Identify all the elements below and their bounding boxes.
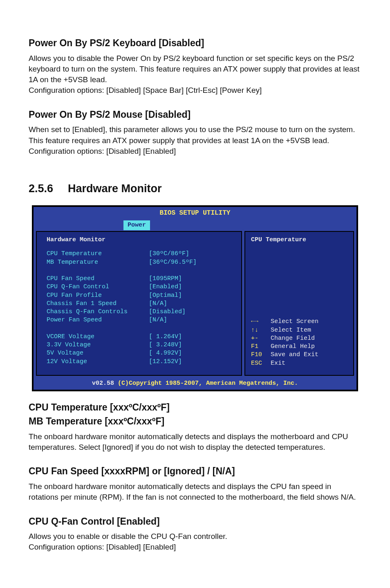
bios-row-label: CPU Temperature	[47, 250, 149, 258]
bios-tab-bar: Power	[34, 219, 356, 231]
bios-row-value: [30ºC/86ºF]	[149, 250, 189, 258]
bios-help-line: F1General Help	[251, 343, 349, 351]
heading-mb-temp: MB Temperature [xxxºC/xxxºF]	[29, 415, 361, 428]
bios-right-panel: CPU Temperature ←→Select Screen↑↓Select …	[244, 231, 354, 376]
bios-help-line: ESCExit	[251, 359, 349, 368]
bios-row-value: [1095RPM]	[149, 275, 182, 283]
bios-row-label: Power Fan Speed	[47, 316, 149, 324]
para-power-on-mouse: When set to [Enabled], this parameter al…	[29, 124, 361, 157]
bios-help-key: F1	[251, 343, 271, 351]
bios-row-value: [ 1.264V]	[149, 333, 182, 341]
heading-power-on-mouse: Power On By PS/2 Mouse [Disabled]	[29, 108, 361, 121]
heading-cpu-qfan: CPU Q-Fan Control [Enabled]	[29, 515, 361, 528]
bios-row-value: [12.152V]	[149, 358, 182, 366]
bios-help-label: Select Screen	[271, 318, 318, 326]
bios-row-label: 12V Voltage	[47, 358, 149, 366]
bios-row-label: CPU Q-Fan Control	[47, 283, 149, 291]
section-number: 2.5.6	[29, 181, 53, 196]
bios-row-label: 3.3V Voltage	[47, 341, 149, 349]
bios-row-label: MB Temperature	[47, 258, 149, 267]
bios-footer-copyright: (C)Copyright 1985-2007, American Megatre…	[118, 380, 298, 387]
bios-row-value: [36ºC/96.5ºF]	[149, 258, 197, 267]
bios-footer-version: v02.58	[92, 380, 118, 387]
bios-row-value: [N/A]	[149, 316, 167, 324]
bios-row-label: CPU Fan Speed	[47, 275, 149, 283]
bios-help-label: Select Item	[271, 326, 311, 334]
bios-row	[47, 325, 234, 333]
section-title: Hardware Monitor	[68, 181, 162, 196]
section-hw-monitor-heading: 2.5.6 Hardware Monitor	[29, 181, 361, 196]
heading-cpu-fan-speed: CPU Fan Speed [xxxxRPM] or [Ignored] / […	[29, 465, 361, 478]
bios-help-key: +-	[251, 334, 271, 343]
bios-row-value: [ 3.248V]	[149, 341, 182, 349]
bios-row[interactable]: 12V Voltage[12.152V]	[47, 358, 234, 366]
bios-row-value: [N/A]	[149, 300, 167, 308]
bios-row[interactable]: Chassis Fan 1 Speed[N/A]	[47, 300, 234, 308]
bios-help-key: ESC	[251, 359, 271, 368]
bios-row[interactable]: CPU Temperature[30ºC/86ºF]	[47, 250, 234, 258]
bios-row-label: Chassis Q-Fan Controls	[47, 308, 149, 316]
bios-row-value: [Enabled]	[149, 283, 182, 291]
para-cpu-fan-speed: The onboard hardware monitor automatical…	[29, 481, 361, 503]
bios-row[interactable]: VCORE Voltage[ 1.264V]	[47, 333, 234, 341]
bios-row-value: [Disabled]	[149, 308, 186, 316]
bios-help-label: General Help	[271, 343, 315, 351]
bios-row-value: [ 4.992V]	[149, 349, 182, 357]
bios-context-help-title: CPU Temperature	[251, 236, 349, 245]
bios-screenshot: BIOS SETUP UTILITY Power Hardware Monito…	[32, 205, 358, 391]
bios-panel-title: Hardware Monitor	[47, 236, 234, 244]
bios-row[interactable]: Power Fan Speed[N/A]	[47, 316, 234, 324]
bios-help-label: Save and Exit	[271, 351, 318, 359]
bios-help-key: F10	[251, 351, 271, 359]
bios-help-line: ↑↓Select Item	[251, 326, 349, 334]
bios-row[interactable]: MB Temperature[36ºC/96.5ºF]	[47, 258, 234, 267]
bios-row[interactable]: CPU Fan Speed[1095RPM]	[47, 275, 234, 283]
bios-row[interactable]: CPU Fan Profile[Optimal]	[47, 292, 234, 300]
bios-row-label: 5V Voltage	[47, 349, 149, 357]
bios-help-key: ←→	[251, 318, 271, 326]
bios-left-panel: Hardware Monitor CPU Temperature[30ºC/86…	[36, 231, 242, 376]
bios-row-label: VCORE Voltage	[47, 333, 149, 341]
bios-row[interactable]: CPU Q-Fan Control[Enabled]	[47, 283, 234, 291]
bios-help-line: ←→Select Screen	[251, 318, 349, 326]
bios-header-title: BIOS SETUP UTILITY	[34, 207, 356, 219]
bios-row	[47, 267, 234, 275]
bios-row-value: [Optimal]	[149, 292, 182, 300]
bios-help-lines: ←→Select Screen↑↓Select Item+-Change Fie…	[251, 318, 349, 368]
bios-footer: v02.58 (C)Copyright 1985-2007, American …	[34, 378, 356, 390]
bios-help-label: Exit	[271, 359, 285, 368]
bios-rows: CPU Temperature[30ºC/86ºF]MB Temperature…	[47, 250, 234, 366]
bios-row[interactable]: 5V Voltage[ 4.992V]	[47, 349, 234, 357]
bios-row-label: CPU Fan Profile	[47, 292, 149, 300]
bios-help-line: F10Save and Exit	[251, 351, 349, 359]
bios-help-label: Change Field	[271, 334, 315, 343]
para-power-on-keyboard: Allows you to disable the Power On by PS…	[29, 53, 361, 96]
bios-tab-power[interactable]: Power	[123, 220, 150, 230]
bios-row[interactable]: 3.3V Voltage[ 3.248V]	[47, 341, 234, 349]
heading-cpu-temp: CPU Temperature [xxxºC/xxxºF]	[29, 401, 361, 414]
heading-power-on-keyboard: Power On By PS/2 Keyboard [Disabled]	[29, 37, 361, 50]
bios-row[interactable]: Chassis Q-Fan Controls[Disabled]	[47, 308, 234, 316]
bios-help-key: ↑↓	[251, 326, 271, 334]
bios-help-line: +-Change Field	[251, 334, 349, 343]
para-temperatures: The onboard hardware monitor automatical…	[29, 431, 361, 453]
bios-row-label: Chassis Fan 1 Speed	[47, 300, 149, 308]
para-cpu-qfan: Allows you to enable or disable the CPU …	[29, 531, 361, 552]
